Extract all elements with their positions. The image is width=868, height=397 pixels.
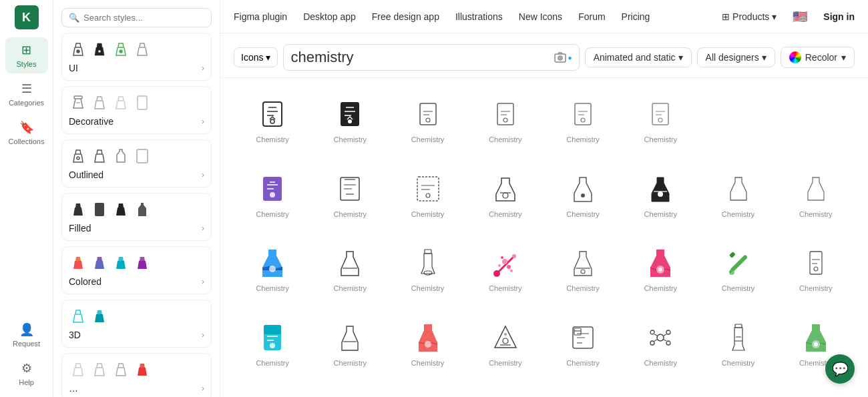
icon-cell-20[interactable]: Chemistry bbox=[467, 238, 544, 312]
nav-figma-plugin[interactable]: Figma plugin bbox=[234, 11, 287, 22]
svg-rect-18 bbox=[497, 103, 513, 125]
filled-label: Filled bbox=[69, 223, 91, 234]
icon-cell-6[interactable]: Chemistry bbox=[622, 89, 699, 163]
sidebar-item-categories[interactable]: ☰ Categories bbox=[5, 76, 48, 112]
help-icon: ⚙ bbox=[21, 361, 32, 376]
sidebar-item-collections[interactable]: 🔖 Collections bbox=[5, 115, 48, 151]
icon-label-15: Chemistry bbox=[722, 210, 755, 218]
nav-free-design-app[interactable]: Free design app bbox=[372, 11, 439, 22]
icon-label-12: Chemistry bbox=[489, 210, 522, 218]
icon-cell-13[interactable]: Chemistry bbox=[544, 163, 622, 238]
nav-new-icons[interactable]: New Icons bbox=[519, 11, 562, 22]
svg-point-23 bbox=[658, 118, 662, 122]
icon-cell-26[interactable]: Chemistry bbox=[311, 312, 389, 387]
logo-text: K bbox=[22, 11, 31, 25]
decorative-icons-row bbox=[69, 93, 204, 112]
outlined-icon-3 bbox=[112, 147, 130, 165]
search-input[interactable] bbox=[290, 49, 548, 66]
style-section-ui[interactable]: UI › bbox=[61, 33, 212, 81]
styles-search-input[interactable] bbox=[83, 13, 204, 23]
icon-img-30 bbox=[643, 320, 678, 355]
icon-cell-15[interactable]: Chemistry bbox=[700, 163, 777, 238]
icon-cell-14[interactable]: Chemistry bbox=[622, 163, 699, 238]
icon-cell-3[interactable]: Chemistry bbox=[389, 89, 467, 163]
nav-illustrations[interactable]: Illustrations bbox=[455, 11, 503, 22]
nav-pricing[interactable]: Pricing bbox=[622, 11, 650, 22]
icon-cell-empty-2 bbox=[777, 89, 855, 163]
icon-cell-18[interactable]: Chemistry bbox=[311, 238, 389, 312]
icon-cell-12[interactable]: Chemistry bbox=[467, 163, 544, 238]
icon-cell-16[interactable]: Chemistry bbox=[777, 163, 855, 238]
nav-desktop-app[interactable]: Desktop app bbox=[303, 11, 356, 22]
filled-icon-2 bbox=[90, 200, 109, 219]
icon-img-11 bbox=[411, 171, 445, 206]
icon-cell-4[interactable]: Chemistry bbox=[467, 89, 544, 163]
icon-cell-22[interactable]: Chemistry bbox=[622, 238, 699, 312]
outlined-chevron-icon: › bbox=[202, 170, 204, 179]
icon-cell-23[interactable]: Chemistry bbox=[700, 238, 777, 312]
style-section-decorative[interactable]: Decorative › bbox=[61, 86, 212, 134]
icon-cell-10[interactable]: Chemistry bbox=[311, 163, 389, 238]
svg-point-19 bbox=[503, 118, 507, 122]
icon-cell-21[interactable]: Chemistry bbox=[544, 238, 622, 312]
recolor-button[interactable]: Recolor ▾ bbox=[781, 47, 855, 68]
icon-cell-19[interactable]: Chemistry bbox=[389, 238, 467, 312]
svg-point-71 bbox=[814, 342, 818, 346]
icon-cell-24[interactable]: Chemistry bbox=[777, 238, 855, 312]
colored-icon-2 bbox=[90, 254, 109, 272]
style-section-filled[interactable]: Filled › bbox=[61, 193, 212, 241]
products-label: Products bbox=[732, 11, 769, 22]
icon-cell-28[interactable]: Chemistry bbox=[467, 312, 544, 387]
style-section-3d[interactable]: 3D › bbox=[61, 300, 212, 348]
chat-button[interactable]: 💬 bbox=[825, 354, 855, 384]
icon-cell-17[interactable]: Chemistry bbox=[234, 238, 311, 312]
logo[interactable]: K bbox=[15, 5, 39, 29]
outlined-icon-1 bbox=[69, 147, 87, 165]
icon-cell-30[interactable]: Chemistry bbox=[622, 312, 699, 387]
icon-cell-5[interactable]: Chemistry bbox=[544, 89, 622, 163]
outlined-section-footer: Outlined › bbox=[69, 169, 204, 180]
svg-point-45 bbox=[658, 268, 662, 272]
sidebar: K ⊞ Styles ☰ Categories 🔖 Collections 👤 … bbox=[0, 0, 53, 397]
main-area: Figma plugin Desktop app Free design app… bbox=[220, 0, 868, 397]
icon-cell-31[interactable]: Chemistry bbox=[700, 312, 777, 387]
svg-point-1 bbox=[98, 50, 101, 53]
svg-point-63 bbox=[650, 341, 654, 345]
icon-cell-empty-1 bbox=[700, 89, 777, 163]
sidebar-item-styles[interactable]: ⊞ Styles bbox=[5, 37, 48, 73]
icon-cell-27[interactable]: Chemistry bbox=[389, 312, 467, 387]
icon-cell-25[interactable]: Chemistry bbox=[234, 312, 311, 387]
icon-cell-29[interactable]: Chemistry bbox=[544, 312, 622, 387]
animated-filter-button[interactable]: Animated and static ▾ bbox=[585, 47, 692, 67]
ui-icon-4 bbox=[133, 40, 152, 59]
icon-cell-2[interactable]: Chemistry bbox=[311, 89, 389, 163]
products-button[interactable]: ⊞ Products ▾ bbox=[722, 11, 777, 22]
style-section-more[interactable]: … › bbox=[61, 353, 212, 397]
style-section-colored[interactable]: Colored › bbox=[61, 246, 212, 294]
svg-rect-5 bbox=[138, 96, 147, 109]
sidebar-item-styles-label: Styles bbox=[17, 60, 37, 68]
svg-point-34 bbox=[424, 271, 432, 275]
more-icon-3 bbox=[112, 360, 130, 379]
style-section-outlined[interactable]: Outlined › bbox=[61, 139, 212, 187]
icon-img-17 bbox=[255, 246, 290, 280]
designers-filter-button[interactable]: All designers ▾ bbox=[697, 47, 775, 67]
icon-label-16: Chemistry bbox=[799, 210, 833, 218]
icons-type-dropdown[interactable]: Icons ▾ bbox=[234, 47, 278, 67]
icon-label-10: Chemistry bbox=[334, 210, 367, 218]
svg-point-39 bbox=[507, 265, 511, 269]
sidebar-item-help[interactable]: ⚙ Help bbox=[5, 356, 48, 392]
3d-icon-1 bbox=[69, 307, 87, 326]
sidebar-item-request[interactable]: 👤 Request bbox=[5, 317, 48, 353]
icon-label-4: Chemistry bbox=[489, 135, 522, 143]
sign-in-button[interactable]: Sign in bbox=[823, 11, 855, 22]
camera-button[interactable]: ● bbox=[554, 51, 572, 64]
decorative-section-footer: Decorative › bbox=[69, 116, 204, 127]
icon-cell-9[interactable]: Chemistry bbox=[234, 163, 311, 238]
icon-cell-1[interactable]: Chemistry bbox=[234, 89, 311, 163]
svg-point-54 bbox=[270, 343, 275, 348]
nav-forum[interactable]: Forum bbox=[578, 11, 605, 22]
flag-icon[interactable]: 🇺🇸 bbox=[793, 9, 807, 24]
icon-cell-11[interactable]: Chemistry bbox=[389, 163, 467, 238]
styles-search-box[interactable]: 🔍 bbox=[61, 8, 212, 27]
